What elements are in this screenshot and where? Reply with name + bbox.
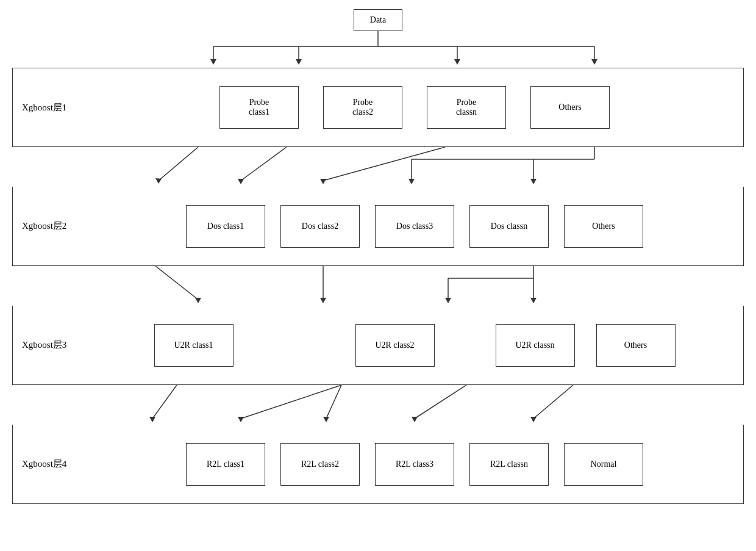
node-dos2: Dos class2: [280, 205, 360, 248]
layer3-label: Xgboost层3: [13, 339, 86, 351]
node-dosn: Dos classn: [469, 205, 549, 248]
svg-line-10: [159, 147, 198, 181]
svg-marker-3: [210, 59, 216, 65]
svg-marker-9: [591, 59, 597, 65]
node-probe1: Probeclass1: [219, 86, 299, 129]
node-others3: Others: [596, 324, 676, 367]
svg-marker-31: [530, 298, 537, 303]
node-others1: Others: [530, 86, 610, 129]
node-u2rn: U2R classn: [496, 324, 575, 367]
svg-line-12: [241, 147, 287, 181]
svg-line-14: [323, 147, 445, 181]
root-row: Data: [12, 0, 744, 31]
layer1-section: Xgboost层1 Probeclass1 Probeclass2 Probec…: [12, 68, 744, 147]
node-u2r2: U2R class2: [355, 324, 435, 367]
svg-marker-23: [195, 298, 201, 303]
node-r2ln: R2L classn: [469, 443, 549, 486]
root-node: Data: [354, 9, 402, 31]
l1-l2-arrows-svg: [12, 147, 744, 187]
svg-marker-35: [238, 417, 244, 422]
svg-marker-7: [454, 59, 460, 65]
node-dos3: Dos class3: [375, 205, 454, 248]
node-others2: Others: [564, 205, 643, 248]
root-label: Data: [370, 15, 386, 25]
svg-marker-13: [238, 179, 244, 184]
root-arrows-svg: [12, 31, 744, 68]
layer4-section: Xgboost层4 R2L class1 R2L class2 R2L clas…: [12, 425, 744, 504]
layer4-nodes: R2L class1 R2L class2 R2L class3 R2L cla…: [86, 431, 743, 498]
svg-line-32: [152, 385, 177, 419]
l2-l3-arrows-svg: [12, 266, 744, 306]
svg-line-38: [415, 385, 466, 419]
layer3-section: Xgboost层3 U2R class1 U2R class2 U2R clas…: [12, 306, 744, 385]
node-probe2: Probeclass2: [323, 86, 402, 129]
svg-marker-15: [320, 179, 326, 184]
layer1-nodes: Probeclass1 Probeclass2 Probeclassn Othe…: [86, 74, 743, 141]
node-proben: Probeclassn: [427, 86, 506, 129]
svg-marker-41: [530, 417, 537, 422]
svg-line-34: [241, 385, 341, 419]
layer2-nodes: Dos class1 Dos class2 Dos class3 Dos cla…: [86, 193, 743, 260]
svg-line-40: [533, 385, 573, 419]
node-normal: Normal: [564, 443, 643, 486]
layer3-nodes: U2R class1 U2R class2 U2R classn Others: [86, 312, 743, 379]
svg-line-36: [326, 385, 341, 419]
layer2-section: Xgboost层2 Dos class1 Dos class2 Dos clas…: [12, 187, 744, 266]
svg-marker-37: [323, 417, 329, 422]
svg-marker-5: [296, 59, 302, 65]
node-u2r1: U2R class1: [154, 324, 234, 367]
svg-marker-39: [412, 417, 418, 422]
svg-marker-29: [445, 298, 451, 303]
node-r2l1: R2L class1: [186, 443, 265, 486]
svg-marker-19: [408, 179, 415, 184]
svg-marker-11: [155, 178, 162, 184]
svg-marker-21: [530, 179, 537, 184]
node-r2l2: R2L class2: [280, 443, 360, 486]
svg-marker-33: [149, 417, 155, 422]
svg-line-22: [155, 266, 198, 300]
layer2-label: Xgboost层2: [13, 220, 86, 232]
node-dos1: Dos class1: [186, 205, 265, 248]
layer1-label: Xgboost层1: [13, 102, 86, 113]
node-r2l3: R2L class3: [375, 443, 454, 486]
layer4-label: Xgboost层4: [13, 458, 86, 470]
l3-l4-arrows-svg: [12, 385, 744, 425]
diagram-wrapper: Data Xgboost层1 Probeclass1 Probeclass2 P…: [12, 0, 744, 504]
svg-marker-25: [320, 298, 326, 303]
